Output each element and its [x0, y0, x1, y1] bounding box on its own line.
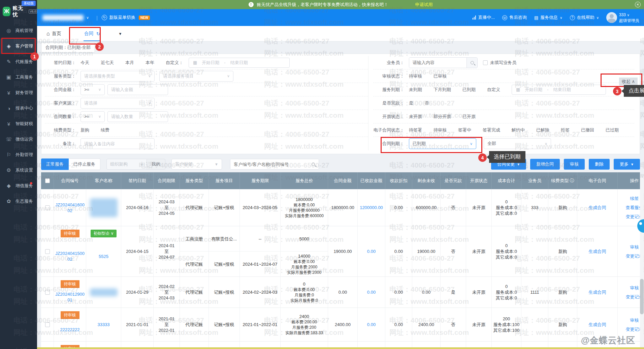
customer-tag-select[interactable]: 客户标签▼	[171, 159, 222, 170]
invoice-option[interactable]: 未开票	[409, 114, 422, 119]
service-due-option[interactable]: 未到期	[409, 87, 422, 92]
row-checkbox[interactable]	[45, 205, 50, 210]
sidebar-item-report-center[interactable]: ◑报表中心	[0, 100, 37, 116]
service-type-select[interactable]: 请选择服务类型∨	[80, 71, 155, 82]
company-name-blurred[interactable]	[42, 15, 84, 21]
org-select[interactable]: 组织架构∨	[106, 159, 147, 170]
no-salesman-checkbox[interactable]	[483, 60, 488, 65]
econtract-status-option[interactable]: 签署完成	[483, 127, 500, 133]
apply-trial-link[interactable]: 申请试用	[415, 2, 433, 8]
paid-option[interactable]: 否	[425, 100, 429, 106]
operation-link[interactable]: 变更记录	[626, 326, 640, 332]
customer-name-blurred[interactable]	[90, 288, 118, 296]
operation-link[interactable]: 变更记录	[626, 253, 640, 259]
econtract-status-option[interactable]: 已过期	[606, 127, 619, 133]
collapse-button[interactable]: 收起 ∧	[619, 78, 638, 86]
econtract-status-option[interactable]: 待审核	[433, 127, 447, 133]
end-date-placeholder[interactable]: 结束日期	[553, 87, 571, 93]
salesman-input[interactable]	[409, 58, 466, 68]
service-info-button[interactable]: ▤ 服务信息 ∨	[534, 14, 562, 21]
contract-code-link[interactable]: JZ202404160002	[55, 202, 85, 213]
menu-switch-button[interactable]: ↻ 新版菜单切换 NEW	[102, 14, 150, 21]
operation-link[interactable]: 审核	[630, 285, 639, 291]
row-checkbox[interactable]	[45, 290, 50, 295]
contract-code-link[interactable]: JZ202401290001	[55, 291, 85, 303]
search-button[interactable]	[466, 58, 477, 68]
generate-contract-link[interactable]: 生成合同	[589, 205, 606, 210]
contract-due-scope-select[interactable]: 全部∨	[484, 138, 551, 149]
generate-contract-link[interactable]: 生成合同	[589, 289, 606, 295]
scrollbar-thumb[interactable]	[640, 279, 644, 314]
count-input[interactable]	[107, 111, 168, 122]
renew-type-option[interactable]: 新购	[80, 127, 89, 133]
sidebar-item-biz-opportunity[interactable]: ◎商机管理	[0, 23, 37, 38]
customer-tag-badge[interactable]: 初创型企 ∨	[91, 230, 116, 237]
vertical-scrollbar[interactable]	[640, 178, 644, 346]
renew-type-option[interactable]: 续费	[101, 127, 109, 133]
sign-date-option[interactable]: 今天	[80, 60, 89, 65]
refresh-icon[interactable]: ↻	[96, 31, 100, 36]
row-checkbox[interactable]	[45, 322, 50, 327]
filter-chip[interactable]: 合同到期：已到期-全部	[41, 42, 95, 53]
service-due-date-range[interactable]: ▦ 开始日期 - 结束日期	[512, 85, 606, 95]
tab-dropdown-icon[interactable]: ▼	[118, 32, 122, 36]
econtract-status-option[interactable]: 拒签	[561, 127, 570, 133]
row-checkbox[interactable]	[45, 249, 50, 254]
econtract-status-option[interactable]: 解约中	[512, 127, 525, 133]
customer-name-blurred[interactable]	[90, 198, 118, 217]
operation-link[interactable]: 变更记录	[626, 294, 640, 300]
operation-link[interactable]: 审核	[630, 244, 639, 250]
customer-name-link[interactable]: 5525	[99, 254, 108, 259]
customer-name-link[interactable]: 33333	[97, 322, 109, 327]
tab-normal-service[interactable]: 正常服务	[41, 158, 69, 170]
select-all-checkbox[interactable]	[45, 178, 50, 183]
service-due-option[interactable]: 下月到期	[433, 87, 451, 92]
horizontal-scrollbar[interactable]	[37, 347, 644, 349]
live-button[interactable]: 直播中...	[473, 14, 495, 21]
salesman-search[interactable]	[409, 57, 478, 68]
service-due-option[interactable]: 自定义	[487, 87, 500, 92]
operation-link[interactable]: 审核	[630, 317, 639, 323]
custom-date-label[interactable]: 自定义：	[166, 60, 183, 66]
contract-code-link[interactable]: 22222222	[60, 327, 80, 332]
sidebar-item-industry-commerce[interactable]: ▣工商服务	[0, 69, 37, 85]
invoice-option[interactable]: 部分开票	[433, 114, 451, 119]
contract-due-select[interactable]: 已到期∨	[409, 138, 476, 149]
sidebar-item-value-added[interactable]: ◆增值服务	[0, 178, 37, 194]
sidebar-item-smart-tax[interactable]: ¥智能财税	[0, 116, 37, 132]
remark-input[interactable]	[80, 138, 155, 149]
amount-input[interactable]	[107, 84, 168, 95]
sidebar-item-finance-mgmt[interactable]: ¥财务管理	[0, 85, 37, 100]
tab-stopped-service[interactable]: 已停止服务	[69, 158, 100, 170]
amount-operator-select[interactable]: >=∨	[80, 84, 105, 95]
sign-date-option[interactable]: 本年	[146, 60, 154, 65]
sidebar-item-customer-mgmt[interactable]: ◈客户管理	[0, 38, 37, 54]
sign-date-option[interactable]: 近七天	[101, 60, 114, 65]
search-button[interactable]	[308, 159, 319, 169]
operation-link[interactable]: 续签	[630, 196, 639, 201]
more-button[interactable]: 更多▼	[614, 159, 640, 170]
keyword-search[interactable]	[230, 159, 319, 170]
sign-date-option[interactable]: 本月	[125, 60, 134, 65]
audit-status-option[interactable]: 已审核	[433, 74, 447, 79]
chevron-down-icon[interactable]: ∨	[86, 16, 89, 20]
customer-source-select[interactable]: 请选择∨	[80, 98, 155, 109]
generate-contract-link[interactable]: 生成合同	[589, 322, 606, 327]
operation-link[interactable]: 查看服务	[626, 205, 640, 210]
sidebar-item-eco-service[interactable]: ✿生态服务	[0, 194, 37, 209]
sidebar-item-wechat-ops[interactable]: ☏微信运营	[0, 132, 37, 147]
econtract-status-option[interactable]: 已解除	[536, 127, 549, 133]
paid-option[interactable]: 是	[409, 100, 413, 106]
service-item-select[interactable]: 请选择服务项目∨	[159, 71, 233, 82]
delete-button[interactable]: 删除	[589, 159, 610, 170]
contract-code-link[interactable]: JZ202404150002	[55, 251, 85, 262]
sidebar-item-field-mgmt[interactable]: ⚐外勤管理	[0, 147, 37, 163]
service-due-option[interactable]: 已到期	[462, 87, 476, 92]
start-date-placeholder[interactable]: 开始日期	[202, 60, 219, 66]
audit-button[interactable]: 审核	[564, 159, 585, 170]
econtract-status-option[interactable]: 待签署	[409, 127, 422, 133]
audit-status-option[interactable]: 待审核	[409, 74, 422, 79]
count-operator-select[interactable]: >=∨	[80, 111, 105, 122]
date-range-picker[interactable]: ▦ 开始日期 - 结束日期	[189, 58, 290, 68]
invoice-option[interactable]: 已开票	[462, 114, 476, 119]
